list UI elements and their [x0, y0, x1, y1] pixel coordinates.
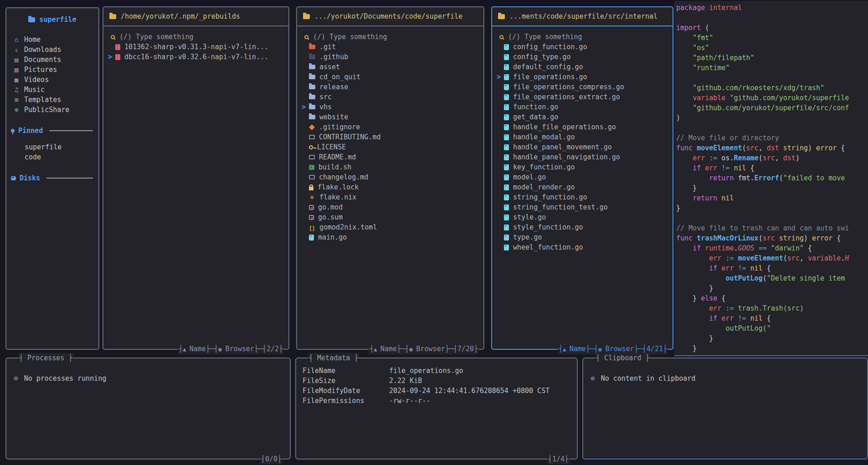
sidebar-item-documents[interactable]: Documents: [6, 55, 98, 65]
code-line: "fmt": [676, 33, 868, 43]
file-row-contributing-md[interactable]: CONTRIBUTING.md: [301, 132, 480, 142]
sidebar-item-downloads[interactable]: Downloads: [6, 45, 98, 55]
code-token: ,: [775, 154, 783, 162]
file-name: gomod2nix.toml: [319, 223, 377, 231]
file-row-flake-nix[interactable]: flake.nix: [301, 192, 480, 202]
file-row-function-go[interactable]: function.go: [496, 102, 669, 112]
code-token: "darwin": [771, 244, 804, 252]
code-token: trashMacOrLinux: [697, 234, 758, 242]
code-line: }: [676, 183, 868, 193]
file-row-go-sum[interactable]: go.sum: [301, 212, 480, 222]
cursor-position: 4/21: [647, 345, 663, 353]
file-row-string-function-go[interactable]: string_function.go: [496, 192, 669, 202]
file-row-main-go[interactable]: main.go: [301, 232, 480, 242]
file-row-wheel-function-go[interactable]: wheel_function.go: [496, 242, 669, 252]
folder-icon: [309, 115, 315, 119]
file-row-get-data-go[interactable]: get_data.go: [496, 112, 669, 122]
file-row-src[interactable]: src: [301, 92, 480, 102]
metadata-value: 2.22 KiB: [389, 377, 422, 385]
search-input[interactable]: (/) Type something: [301, 32, 480, 42]
file-row-website[interactable]: website: [301, 112, 480, 122]
sidebar-item-publicshare[interactable]: PublicShare: [6, 105, 98, 115]
sort-label: Name: [380, 345, 397, 353]
file-row-dbcc16-sharp-v0-32-6-napi-v7-lin-[interactable]: >dbcc16-sharp-v0.32.6-napi-v7-lin...: [107, 52, 285, 62]
file-row-string-function-test-go[interactable]: string_function_test.go: [496, 202, 669, 212]
file-row-gomod2nix-toml[interactable]: gomod2nix.toml: [301, 222, 480, 232]
go-icon: [504, 144, 509, 150]
file-row-go-mod[interactable]: go.mod: [301, 202, 480, 212]
tab-separator: [548, 455, 552, 463]
pinned-item-superfile[interactable]: superfile: [6, 142, 98, 152]
file-name: src: [319, 93, 332, 101]
file-row-release[interactable]: release: [301, 82, 480, 92]
file-row-type-go[interactable]: type.go: [496, 232, 669, 242]
file-row-style-go[interactable]: style.go: [496, 212, 669, 222]
code-token: if: [693, 164, 701, 172]
file-row-handle-file-operations-go[interactable]: handle_file_operations.go: [496, 122, 669, 132]
file-row--gitignore[interactable]: .gitignore: [301, 122, 480, 132]
file-row-handle-modal-go[interactable]: handle_modal.go: [496, 132, 669, 142]
code-token: !=: [721, 164, 729, 172]
search-input[interactable]: (/) Type something: [496, 32, 669, 42]
file-row-style-function-go[interactable]: style_function.go: [496, 222, 669, 232]
file-row-flake-lock[interactable]: flake.lock: [301, 182, 480, 192]
code-line: err := moveElement(src, variable.H: [676, 253, 868, 263]
file-row-model-render-go[interactable]: model_render.go: [496, 182, 669, 192]
file-name: style_function.go: [513, 223, 583, 231]
go-icon: [504, 154, 509, 160]
file-row-changelog-md[interactable]: changelog.md: [301, 172, 480, 182]
folder-git-icon: [309, 45, 315, 49]
file-row--github[interactable]: .github: [301, 52, 480, 62]
file-row-build-sh[interactable]: build.sh: [301, 162, 480, 172]
file-row-asset[interactable]: asset: [301, 62, 480, 72]
file-name: config_type.go: [513, 53, 570, 61]
pinned-item-code[interactable]: code: [6, 152, 98, 162]
code-token: "runtime": [693, 64, 729, 72]
code-token: os.: [717, 154, 734, 162]
search-icon: [111, 35, 115, 39]
code-token: "github.com/yorukot/superfile/src/conf: [693, 104, 849, 112]
sidebar-item-templates[interactable]: Templates: [6, 95, 98, 105]
code-line: return nil: [676, 193, 868, 203]
file-row-model-go[interactable]: model.go: [496, 172, 669, 182]
file-row-file-operations-extract-go[interactable]: file_operations_extract.go: [496, 92, 669, 102]
code-line: "github.com/yorukot/superfile/src/conf: [676, 103, 868, 113]
code-token: (: [759, 154, 763, 162]
file-row-license[interactable]: LICENSE: [301, 142, 480, 152]
file-row-readme-md[interactable]: README.md: [301, 152, 480, 162]
file-row-config-type-go[interactable]: config_type.go: [496, 52, 669, 62]
search-input[interactable]: (/) Type something: [107, 32, 285, 42]
file-row-101362-sharp-v0-31-3-napi-v7-lin-[interactable]: 101362-sharp-v0.31.3-napi-v7-lin...: [107, 42, 285, 52]
sidebar-item-music[interactable]: Music: [6, 85, 98, 95]
file-row-key-function-go[interactable]: key_function.go: [496, 162, 669, 172]
file-row-cd-on-quit[interactable]: cd_on_quit: [301, 72, 480, 82]
code-token: [676, 44, 693, 52]
file-row-file-operations-go[interactable]: >file_operations.go: [496, 72, 669, 82]
file-row--git[interactable]: .git: [301, 42, 480, 52]
folder-github-icon: [309, 55, 315, 59]
code-token: if: [709, 314, 717, 322]
code-token: [676, 244, 693, 252]
sidebar-item-home[interactable]: Home: [6, 35, 98, 45]
code-token: [767, 244, 771, 252]
sidebar-item-pictures[interactable]: Pictures: [6, 65, 98, 75]
file-name: handle_panel_movement.go: [513, 143, 612, 151]
file-row-default-config-go[interactable]: default_config.go: [496, 62, 669, 72]
file-row-file-operations-compress-go[interactable]: file_operations_compress.go: [496, 82, 669, 92]
file-row-config-function-go[interactable]: config_function.go: [496, 42, 669, 52]
search-icon: [499, 35, 503, 39]
gitignore-icon: [309, 124, 315, 130]
code-token: [676, 84, 693, 92]
sidebar-item-videos[interactable]: Videos: [6, 75, 98, 85]
file-row-handle-panel-movement-go[interactable]: handle_panel_movement.go: [496, 142, 669, 152]
code-token: ,: [800, 254, 808, 262]
panel-footer: NameBrowser7/20: [369, 344, 479, 354]
code-token: [755, 244, 759, 252]
code-token: [693, 234, 697, 242]
file-row-handle-panel-navigation-go[interactable]: handle_panel_navigation.go: [496, 152, 669, 162]
code-token: "path/filepath": [693, 54, 754, 62]
file-name: model.go: [513, 173, 546, 181]
file-row-vhs[interactable]: >vhs: [301, 102, 480, 112]
code-line: if err != nil {: [676, 163, 868, 173]
code-token: (: [759, 234, 763, 242]
